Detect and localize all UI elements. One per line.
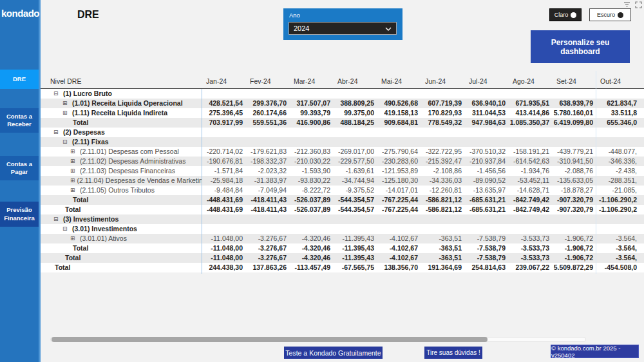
row-label: Total: [55, 263, 70, 272]
value-cell: -89.090,52: [464, 176, 508, 186]
value-cell: -34.744,94: [333, 176, 377, 186]
trial-button[interactable]: Teste a Kondado Gratuitamente: [284, 347, 383, 359]
expand-icon[interactable]: ⊞: [70, 186, 78, 195]
theme-dark-button[interactable]: Escuro: [589, 8, 631, 21]
table-row: ⊞(2.11.01) Despesas com Pessoal-220.714,…: [41, 147, 644, 157]
value-cell: -4.102,67: [377, 243, 421, 253]
value-cell: -614.542,63: [508, 157, 552, 166]
value-cell: -418.411,43: [245, 195, 289, 205]
table-row: Total-448.431,69-418.411,43-526.037,89-5…: [41, 205, 644, 214]
value-cell: [596, 224, 639, 234]
collapse-icon[interactable]: ⊟: [53, 128, 61, 137]
value-cell: [596, 137, 639, 147]
sidebar-item-label: DRE: [13, 75, 26, 83]
value-cell: -310.941,50: [552, 157, 596, 166]
value-cell: -3.564,: [596, 243, 639, 253]
collapse-icon[interactable]: ⊟: [62, 137, 70, 147]
value-cell: [421, 224, 464, 234]
trial-label: Teste a Kondado Gratuitamente: [285, 349, 381, 357]
value-cell: -11.395,43: [333, 253, 377, 263]
personalize-dashboard-button[interactable]: Personalize seu dashboard: [531, 30, 630, 63]
value-cell: 621.834,7: [596, 99, 639, 108]
value-cell: -269.017,00: [333, 147, 377, 157]
value-cell: [508, 137, 552, 147]
expand-icon[interactable]: ⊞: [70, 234, 78, 243]
column-header-month: Jun-24: [421, 77, 464, 85]
expand-icon[interactable]: ⊞: [62, 99, 70, 108]
value-cell: 99.375,00: [333, 108, 377, 118]
value-cell: [552, 224, 596, 234]
row-header-cell: ⊞(2.11.01) Despesas com Pessoal: [41, 147, 202, 157]
column-header-month: Out-24: [596, 77, 639, 85]
value-cell: -121.953,89: [377, 166, 421, 176]
value-cell: 260.174,66: [245, 108, 289, 118]
value-cell: -1.456,56: [464, 166, 508, 176]
chevron-down-icon: [385, 27, 392, 31]
value-cell: [245, 89, 289, 99]
value-cell: -210.937,84: [464, 157, 508, 166]
sidebar-item-contas-a-pagar[interactable]: Contas a Pagar: [0, 156, 39, 180]
column-header-month: Mar-24: [289, 77, 333, 85]
filter-icon[interactable]: [623, 1, 630, 8]
copyright-text: © kondado.com.br 2025 - v250402: [551, 345, 638, 359]
value-cell: 170.829,93: [421, 108, 464, 118]
value-cell: -93.830,22: [289, 176, 333, 186]
expand-icon[interactable]: ⊞: [70, 157, 78, 166]
sidebar-item-dre[interactable]: DRE: [0, 70, 39, 89]
matrix-gridline-faint: [596, 71, 596, 274]
table-row: ⊞(1.01) Receita Liquida Operacional428.5…: [41, 99, 644, 108]
value-cell: -363,51: [421, 253, 464, 263]
value-cell: -363,51: [421, 243, 464, 253]
expand-icon[interactable]: ⊞: [70, 147, 78, 157]
value-cell: -275.790,64: [377, 147, 421, 157]
collapse-icon[interactable]: ⊟: [53, 89, 61, 99]
value-cell: 239.067,22: [508, 263, 552, 272]
focus-mode-icon[interactable]: [635, 1, 642, 8]
expand-icon[interactable]: ⊞: [70, 166, 78, 176]
value-cell: -9.375,52: [333, 186, 377, 195]
theme-light-button[interactable]: Claro: [549, 8, 582, 21]
value-cell: [333, 128, 377, 137]
table-row: ⊟(2) Despesas: [41, 128, 644, 137]
value-cell: 607.719,39: [421, 99, 464, 108]
value-cell: [333, 137, 377, 147]
value-cell: [464, 89, 508, 99]
value-cell: -230.283,60: [377, 157, 421, 166]
sidebar-item-contas-a-receber[interactable]: Contas a Receber: [0, 108, 39, 133]
help-button[interactable]: Tire suas dúvidas !: [424, 347, 482, 359]
value-cell: 317.507,07: [289, 99, 333, 108]
row-header-cell: Total: [41, 263, 202, 272]
value-cell: -1.571,84: [202, 166, 245, 176]
value-cell: -4.320,46: [289, 234, 333, 243]
horizontal-scrollbar-thumb[interactable]: [52, 337, 488, 342]
collapse-icon[interactable]: ⊟: [62, 224, 70, 234]
value-cell: -3.533,73: [508, 253, 552, 263]
value-cell: -842.749,42: [508, 195, 552, 205]
value-cell: -1.106.290,2: [596, 205, 639, 214]
collapse-icon[interactable]: ⊟: [53, 214, 61, 224]
value-cell: -418.411,43: [245, 205, 289, 214]
value-cell: -526.037,89: [289, 205, 333, 214]
column-header-month: Jan-24: [202, 77, 245, 85]
value-cell: -53.452,11: [508, 176, 552, 186]
value-cell: -135.633,05: [552, 176, 596, 186]
value-cell: -322.722,95: [421, 147, 464, 157]
value-cell: -2.088,76: [552, 166, 596, 176]
value-cell: -370.510,32: [464, 147, 508, 157]
value-cell: 488.184,25: [333, 118, 377, 128]
row-label: (3) Investimentos: [63, 214, 118, 224]
value-cell: -4.320,46: [289, 253, 333, 263]
value-cell: -125.180,30: [377, 176, 421, 186]
value-cell: -3.564,: [596, 253, 639, 263]
value-cell: -526.037,89: [289, 195, 333, 205]
value-cell: [245, 128, 289, 137]
expand-icon[interactable]: ⊞: [70, 176, 75, 186]
table-row: ⊟(1) Lucro Bruto: [41, 89, 644, 99]
value-cell: 559.551,36: [245, 118, 289, 128]
expand-icon[interactable]: ⊞: [62, 108, 70, 118]
year-dropdown[interactable]: 2024: [289, 22, 397, 35]
value-cell: -4.102,67: [377, 234, 421, 243]
row-label: (2.11.02) Despesas Administrativas: [80, 157, 185, 166]
sidebar-item-previsao-financeira[interactable]: Previsão Financeira: [0, 202, 39, 227]
value-cell: [421, 128, 464, 137]
